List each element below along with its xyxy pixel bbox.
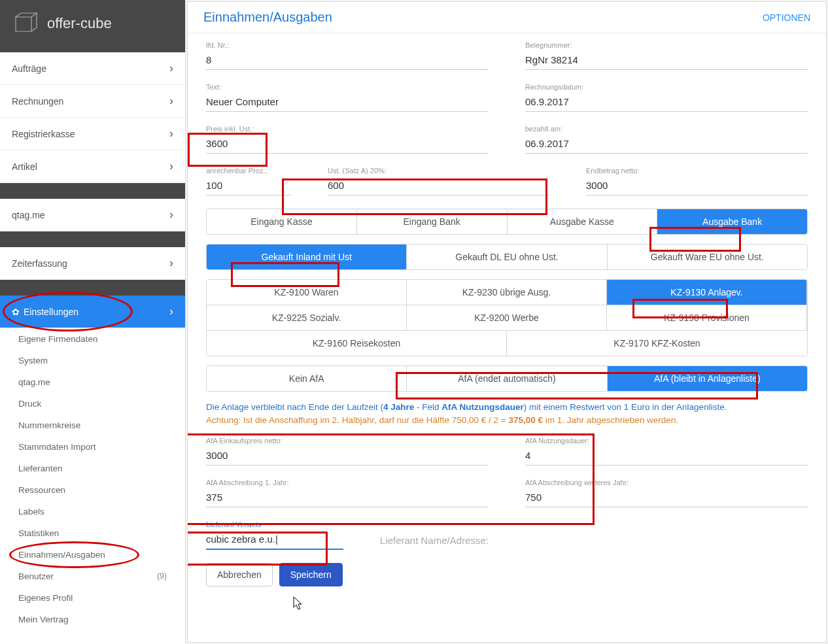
- lief-verweis-input[interactable]: cubic zebra e.u.|: [206, 531, 343, 550]
- chevron-right-icon: ›: [169, 127, 173, 141]
- netto-input[interactable]: 3000: [586, 177, 808, 195]
- sub-einnahmen-ausgaben[interactable]: Einnahmen/Ausgaben: [0, 544, 185, 566]
- nav-item-artikel[interactable]: Artikel›: [0, 150, 185, 183]
- btn-ausgabe-bank[interactable]: Ausgabe Bank: [657, 209, 807, 234]
- afa-a1-label: AfA Abschreibung 1. Jahr:: [206, 479, 489, 486]
- beleg-label: Belegnummer:: [525, 41, 808, 49]
- sub-druck[interactable]: Druck: [0, 393, 185, 415]
- rdat-input[interactable]: 06.9.2017: [525, 93, 808, 112]
- brand-logo-icon: [12, 12, 41, 35]
- nav-item-rechnungen[interactable]: Rechnungen›: [0, 85, 185, 118]
- btn-ware-eu[interactable]: Gekauft Ware EU ohne Ust.: [608, 245, 807, 269]
- btn-afa-endet[interactable]: AfA (endet automatisch): [407, 366, 607, 391]
- nav-item-einstellungen[interactable]: ✿Einstellungen ›: [0, 296, 185, 328]
- gekauft-row: Gekauft Inland mit Ust Gekauft DL EU ohn…: [206, 244, 808, 270]
- afa-aw-label: AfA Abschreibung weiteres Jahr:: [525, 479, 808, 486]
- text-label: Text:: [206, 83, 489, 91]
- chevron-right-icon: ›: [169, 160, 173, 173]
- btn-kz-9130[interactable]: KZ-9130 Anlagev.: [607, 280, 807, 305]
- preis-input[interactable]: 3600: [206, 135, 489, 154]
- options-link[interactable]: OPTIONEN: [763, 12, 810, 23]
- cursor-icon: [292, 596, 304, 611]
- afa-ek-label: AfA Einkaufspreis netto:: [206, 437, 489, 445]
- bez-label: bezahlt am:: [525, 125, 808, 133]
- lfd-input[interactable]: 8: [206, 52, 489, 70]
- chevron-right-icon: ›: [169, 61, 173, 75]
- chevron-right-icon: ›: [169, 94, 173, 108]
- afa-ek-input[interactable]: 3000: [206, 447, 489, 466]
- afa-a1-input[interactable]: 375: [206, 489, 489, 507]
- chevron-right-icon: ›: [169, 305, 173, 318]
- chevron-right-icon: ›: [169, 256, 173, 270]
- btn-kz-9160[interactable]: KZ-9160 Reisekosten: [207, 331, 507, 356]
- nav-item-registrierkasse[interactable]: Registrierkasse›: [0, 118, 185, 150]
- nav-item-auftraege[interactable]: Aufträge›: [0, 52, 185, 85]
- btn-kz-9100[interactable]: KZ-9100 Waren: [207, 280, 407, 305]
- main: Einnahmen/Ausgaben OPTIONEN lfd. Nr.:8 B…: [187, 1, 827, 643]
- rdat-label: Rechnungsdatum:: [525, 83, 808, 91]
- brand-name: offer-cube: [47, 15, 112, 32]
- nav-item-zeiterfassung[interactable]: Zeiterfassung›: [0, 247, 185, 280]
- text-input[interactable]: Neuer Computer: [206, 93, 489, 112]
- btn-eingang-kasse[interactable]: Eingang Kasse: [207, 209, 357, 234]
- lief-verweis-label: Lieferant Verweis: [206, 520, 343, 528]
- cancel-button[interactable]: Abbrechen: [206, 563, 273, 586]
- btn-dl-eu[interactable]: Gekauft DL EU ohne Ust.: [407, 245, 607, 269]
- sub-benutzer[interactable]: Benutzer(9): [0, 566, 185, 587]
- sub-eigene-firmendaten[interactable]: Eigene Firmendaten: [0, 328, 185, 350]
- gear-icon: ✿: [12, 307, 20, 317]
- sub-nummernkreise[interactable]: Nummernkreise: [0, 415, 185, 436]
- ust-label: Ust. (Satz A) 20%:: [328, 167, 549, 175]
- nav: Aufträge› Rechnungen› Registrierkasse› A…: [0, 47, 185, 644]
- proz-label: anrechenbar Proz.:: [206, 167, 291, 175]
- sub-stammdaten-import[interactable]: Stammdaten Import: [0, 436, 185, 458]
- btn-ausgabe-kasse[interactable]: Ausgabe Kasse: [508, 209, 658, 234]
- btn-kein-afa[interactable]: Kein AfA: [207, 366, 407, 391]
- beleg-input[interactable]: RgNr 38214: [525, 52, 808, 70]
- page-header: Einnahmen/Ausgaben OPTIONEN: [188, 2, 826, 33]
- btn-kz-9170[interactable]: KZ-9170 KFZ-Kosten: [507, 331, 807, 356]
- ust-input[interactable]: 600: [328, 177, 549, 195]
- sub-lieferanten[interactable]: Lieferanten: [0, 458, 185, 479]
- btn-kz-9230[interactable]: KZ-9230 übrige Ausg.: [407, 280, 607, 305]
- sub-system[interactable]: System: [0, 350, 185, 371]
- btn-kz-9225[interactable]: KZ-9225 Sozialv.: [207, 305, 407, 331]
- btn-eingang-bank[interactable]: Eingang Bank: [357, 209, 508, 234]
- sub-mein-vertrag[interactable]: Mein Vertrag: [0, 609, 185, 630]
- save-button[interactable]: Speichern: [279, 563, 343, 586]
- preis-label: Preis inkl. Ust.:: [206, 125, 489, 133]
- type-row: Eingang Kasse Eingang Bank Ausgabe Kasse…: [206, 209, 808, 235]
- chevron-right-icon: ›: [169, 208, 173, 222]
- sub-ressourcen[interactable]: Ressourcen: [0, 479, 185, 501]
- nav-item-qtag[interactable]: qtag.me›: [0, 199, 185, 231]
- netto-label: Endbetrag netto:: [586, 167, 808, 175]
- form-area: lfd. Nr.:8 Belegnummer:RgNr 38214 Text:N…: [188, 33, 826, 642]
- afa-aw-input[interactable]: 750: [525, 489, 808, 507]
- lfd-label: lfd. Nr.:: [206, 41, 489, 49]
- afa-nd-label: AfA Nutzungsdauer:: [525, 437, 808, 445]
- btn-afa-bleibt[interactable]: AfA (bleibt in Anlagenliste): [608, 366, 807, 391]
- sub-labels[interactable]: Labels: [0, 501, 185, 522]
- info-text: Die Anlage verbleibt nach Ende der Laufz…: [206, 401, 808, 428]
- sub-statistiken[interactable]: Statistiken: [0, 522, 185, 544]
- sidebar: offer-cube Aufträge› Rechnungen› Registr…: [0, 0, 186, 644]
- kz-row: KZ-9100 Waren KZ-9230 übrige Ausg. KZ-91…: [206, 279, 808, 356]
- sub-qtag[interactable]: qtag.me: [0, 371, 185, 393]
- afa-nd-input[interactable]: 4: [525, 447, 808, 466]
- sub-eigenes-profil[interactable]: Eigenes Profil: [0, 587, 185, 609]
- btn-kz-9190[interactable]: KZ-9190 Provisionen: [607, 305, 807, 331]
- btn-kz-9200[interactable]: KZ-9200 Werbe: [407, 305, 607, 331]
- page-title: Einnahmen/Ausgaben: [203, 10, 332, 25]
- lief-name-placeholder[interactable]: Lieferant Name/Adresse:: [380, 532, 808, 550]
- afa-row: Kein AfA AfA (endet automatisch) AfA (bl…: [206, 365, 808, 392]
- proz-input[interactable]: 100: [206, 177, 291, 195]
- bez-input[interactable]: 06.9.2017: [525, 135, 808, 154]
- badge: (9): [157, 571, 167, 581]
- brand: offer-cube: [0, 0, 185, 47]
- btn-inland-ust[interactable]: Gekauft Inland mit Ust: [207, 245, 407, 269]
- footer-buttons: Abbrechen Speichern: [206, 563, 808, 586]
